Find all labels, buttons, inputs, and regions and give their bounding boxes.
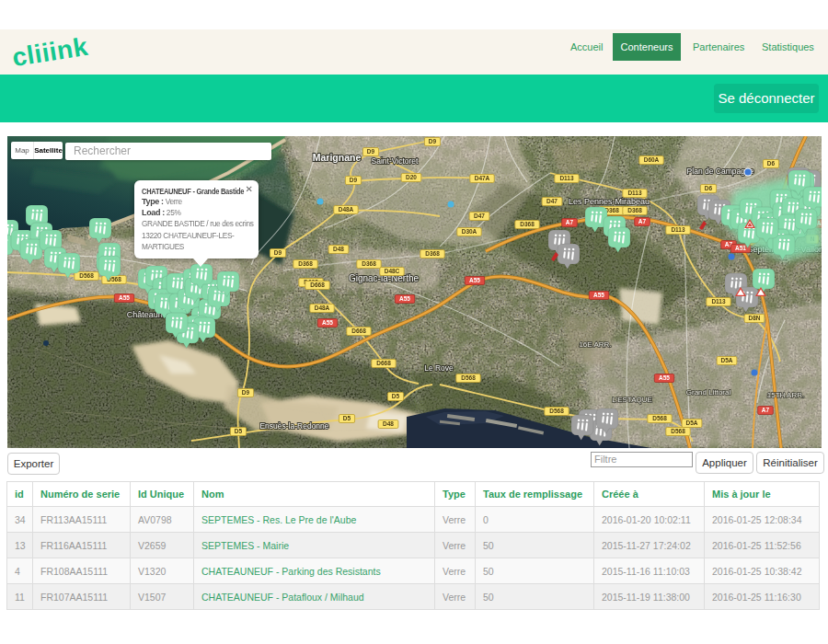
svg-text:D5A: D5A <box>685 420 697 426</box>
svg-text:Saint-Victoret: Saint-Victoret <box>372 156 420 166</box>
svg-text:D668: D668 <box>376 360 391 366</box>
svg-text:D9: D9 <box>350 177 358 183</box>
svg-text:A7: A7 <box>566 219 574 225</box>
svg-text:D568: D568 <box>549 408 564 414</box>
svg-text:D9: D9 <box>274 249 282 256</box>
svg-text:D6: D6 <box>767 160 776 167</box>
svg-text:D568: D568 <box>79 272 94 279</box>
svg-text:D113: D113 <box>711 298 726 305</box>
svg-text:D368: D368 <box>520 221 535 227</box>
svg-text:D47A: D47A <box>475 175 490 181</box>
svg-text:Le Rove: Le Rove <box>424 363 454 373</box>
svg-text:D48: D48 <box>333 246 344 252</box>
svg-text:A55: A55 <box>322 319 333 326</box>
svg-text:D113: D113 <box>559 175 574 181</box>
svg-text:L'ESTAQUE: L'ESTAQUE <box>612 396 652 404</box>
svg-text:D47: D47 <box>546 198 558 204</box>
svg-text:D20: D20 <box>406 174 417 180</box>
svg-text:D9: D9 <box>367 148 375 155</box>
svg-text:D5: D5 <box>235 428 243 434</box>
svg-text:D368: D368 <box>627 207 642 213</box>
svg-text:16E ARR.: 16E ARR. <box>579 340 611 349</box>
svg-text:D48A: D48A <box>339 206 354 213</box>
svg-text:D5A: D5A <box>720 357 732 363</box>
svg-text:A55: A55 <box>399 295 410 302</box>
svg-text:A55: A55 <box>119 294 130 301</box>
svg-text:A55: A55 <box>659 374 670 381</box>
svg-text:A55: A55 <box>593 292 604 298</box>
svg-text:D47: D47 <box>474 213 485 219</box>
svg-text:D5: D5 <box>343 415 351 421</box>
svg-text:D368: D368 <box>298 260 313 267</box>
svg-text:15TH ARR.: 15TH ARR. <box>767 391 804 399</box>
svg-text:D48A: D48A <box>315 305 330 311</box>
svg-text:Marignane: Marignane <box>313 152 362 163</box>
svg-text:A7: A7 <box>638 218 647 224</box>
svg-text:D48C: D48C <box>385 268 400 274</box>
svg-text:D60A: D60A <box>644 156 660 163</box>
svg-text:D5: D5 <box>392 393 400 399</box>
svg-text:D9: D9 <box>429 138 437 144</box>
svg-text:D568: D568 <box>652 415 667 421</box>
svg-text:D113: D113 <box>627 190 642 196</box>
svg-text:A55: A55 <box>469 277 480 283</box>
svg-text:D668: D668 <box>351 328 366 334</box>
svg-text:D668: D668 <box>310 282 325 288</box>
svg-text:D568: D568 <box>671 428 685 434</box>
svg-text:D9: D9 <box>242 389 250 396</box>
svg-text:D48: D48 <box>383 420 394 427</box>
svg-text:D8N: D8N <box>748 315 760 321</box>
svg-text:Ensuès-la-Redonne: Ensuès-la-Redonne <box>259 421 328 431</box>
svg-text:D568: D568 <box>461 374 476 381</box>
svg-text:D30A: D30A <box>462 228 477 235</box>
svg-text:A7: A7 <box>762 407 770 413</box>
svg-text:D368: D368 <box>425 250 440 257</box>
svg-text:D6: D6 <box>705 185 713 191</box>
svg-text:D368: D368 <box>362 260 376 267</box>
svg-text:A51: A51 <box>735 245 746 251</box>
svg-text:D113: D113 <box>671 226 685 233</box>
svg-text:Grand Littoral: Grand Littoral <box>686 388 731 397</box>
svg-text:Les Pennes-Mirabeau: Les Pennes-Mirabeau <box>569 197 650 206</box>
